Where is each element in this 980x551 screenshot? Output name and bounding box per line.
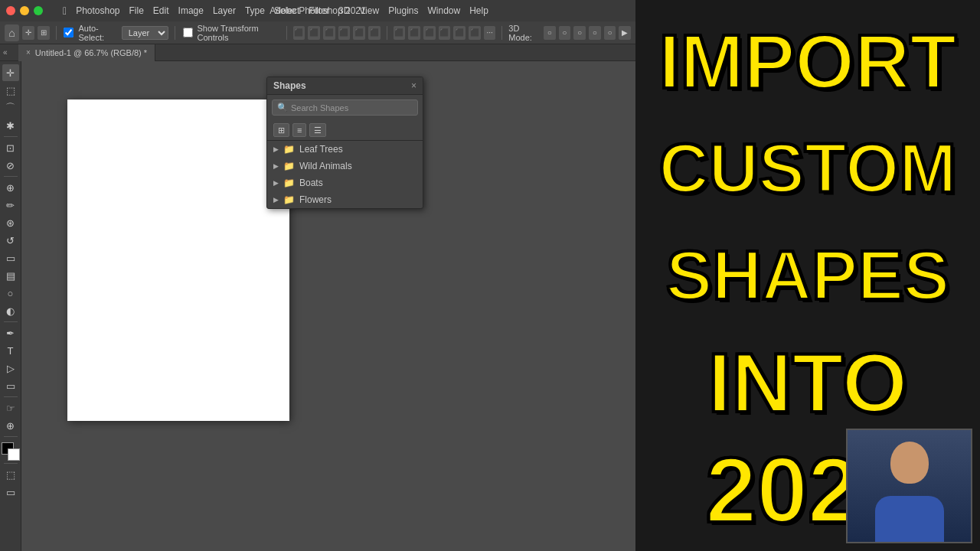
traffic-lights	[6, 6, 43, 15]
clone-stamp-btn[interactable]: ⊛	[2, 214, 19, 231]
overlay-text-into: INTO	[708, 341, 908, 425]
eraser-tool-btn[interactable]: ▭	[2, 249, 19, 266]
shapes-view-btn-1[interactable]: ⊞	[273, 123, 289, 137]
3d-mode-label: 3D Mode:	[508, 24, 541, 42]
tab-bar: « × Untitled-1 @ 66.7% (RGB/8) *	[0, 44, 635, 61]
shape-tool-btn[interactable]: ▭	[2, 377, 19, 394]
more-options-icon[interactable]: ···	[484, 26, 496, 40]
separator-5	[501, 26, 502, 40]
category-boats[interactable]: ▶ 📁 Boats	[267, 174, 423, 191]
type-tool-btn[interactable]: T	[2, 342, 19, 359]
hand-tool-btn[interactable]: ☞	[2, 399, 19, 416]
category-flowers[interactable]: ▶ 📁 Flowers	[267, 191, 423, 208]
auto-select-dropdown[interactable]: Layer Group	[122, 26, 168, 40]
menu-layer[interactable]: Layer	[213, 5, 236, 16]
distribute-m-icon[interactable]: ⬛	[439, 26, 451, 40]
shapes-toolbar: ⊞ ≡ ☰	[267, 120, 423, 141]
distribute-c-icon[interactable]: ⬛	[423, 26, 436, 40]
3d-orbit-icon[interactable]: ○	[544, 26, 556, 40]
dodge-tool-btn[interactable]: ◐	[2, 302, 19, 319]
history-brush-btn[interactable]: ↺	[2, 232, 19, 249]
folder-icon: 📁	[283, 144, 295, 155]
menu-edit[interactable]: Edit	[153, 5, 169, 16]
tool-sep-4	[4, 396, 18, 397]
blur-tool-btn[interactable]: ○	[2, 285, 19, 302]
overlay-row-1: IMPORT	[643, 8, 972, 115]
menu-image[interactable]: Image	[178, 5, 204, 16]
ps-main: ✛ ⬚ ⌒ ✱ ⊡ ⊘ ⊕ ✏ ⊛ ↺ ▭ ▤ ○ ◐ ✒ T ▷ ▭ ☞ ⊕	[0, 61, 635, 551]
maximize-button[interactable]	[34, 6, 43, 15]
document-tab[interactable]: × Untitled-1 @ 66.7% (RGB/8) *	[18, 44, 155, 61]
transform-checkbox[interactable]	[183, 28, 193, 37]
distribute-b-icon[interactable]: ⬛	[469, 26, 481, 40]
eyedropper-btn[interactable]: ⊘	[2, 157, 19, 174]
menu-photoshop[interactable]: Photoshop	[76, 5, 119, 16]
healing-brush-btn[interactable]: ⊕	[2, 179, 19, 196]
sidebar-toggle-icon[interactable]: «	[3, 48, 15, 57]
3d-pan-icon[interactable]: ○	[559, 26, 571, 40]
menu-help[interactable]: Help	[469, 5, 488, 16]
3d-rotate-icon[interactable]: ○	[604, 26, 616, 40]
overlay-row-5: 2021	[643, 436, 972, 543]
shapes-menu-btn[interactable]: ☰	[309, 123, 326, 137]
path-select-btn[interactable]: ▷	[2, 360, 19, 377]
select-tool-btn[interactable]: ⬚	[2, 82, 19, 99]
shapes-panel-title: Shapes	[273, 80, 306, 91]
shapes-panel: Shapes × 🔍 ⊞ ≡ ☰ ▶ 📁 Leaf Trees	[266, 77, 423, 209]
shapes-view-btn-2[interactable]: ≡	[292, 123, 306, 137]
brush-tool-btn[interactable]: ✏	[2, 197, 19, 214]
align-top-icon[interactable]: ⬛	[338, 26, 351, 40]
home-button[interactable]: ⌂	[5, 24, 19, 41]
quick-mask-btn[interactable]: ⬚	[2, 466, 19, 483]
apple-logo-icon[interactable]: 	[63, 5, 67, 17]
move-tool-btn[interactable]: ✛	[2, 64, 19, 81]
webcam-head	[890, 442, 929, 484]
3d-video-icon[interactable]: ▶	[619, 26, 631, 40]
foreground-background[interactable]	[2, 442, 20, 461]
distribute-r-icon[interactable]: ⬛	[453, 26, 466, 40]
align-bottom-icon[interactable]: ⬛	[368, 26, 381, 40]
pen-tool-btn[interactable]: ✒	[2, 324, 19, 341]
3d-scale-icon[interactable]: ○	[589, 26, 601, 40]
menu-plugins[interactable]: Plugins	[388, 5, 418, 16]
folder-icon-2: 📁	[283, 161, 295, 171]
webcam-body	[875, 496, 944, 542]
align-left-icon[interactable]: ⬛	[293, 26, 305, 40]
canvas-area: Shapes × 🔍 ⊞ ≡ ☰ ▶ 📁 Leaf Trees	[21, 61, 635, 551]
close-button[interactable]	[6, 6, 15, 15]
tool-sep-2	[4, 176, 18, 177]
lasso-tool-btn[interactable]: ⌒	[2, 99, 19, 116]
crop-tool-btn[interactable]: ⊡	[2, 139, 19, 156]
move-tool-icon[interactable]: ✛	[22, 26, 34, 40]
auto-select-checkbox[interactable]	[64, 28, 74, 37]
distribute-v-icon[interactable]: ⬛	[408, 26, 420, 40]
shapes-search-bar[interactable]: 🔍	[272, 99, 418, 116]
separator-3	[286, 26, 287, 40]
distribute-h-icon[interactable]: ⬛	[394, 26, 406, 40]
overlay-text-custom: CUSTOM	[659, 134, 956, 203]
quick-select-btn[interactable]: ✱	[2, 117, 19, 134]
artboard-icon[interactable]: ⊞	[38, 26, 50, 40]
gradient-tool-btn[interactable]: ▤	[2, 267, 19, 284]
menu-window[interactable]: Window	[427, 5, 460, 16]
search-input[interactable]	[291, 103, 413, 112]
leaf-trees-label: Leaf Trees	[299, 144, 343, 155]
category-leaf-trees[interactable]: ▶ 📁 Leaf Trees	[267, 141, 423, 158]
align-middle-icon[interactable]: ⬛	[353, 26, 365, 40]
background-color[interactable]	[8, 448, 20, 461]
menu-file[interactable]: File	[129, 5, 144, 16]
category-wild-animals[interactable]: ▶ 📁 Wild Animals	[267, 158, 423, 174]
align-center-h-icon[interactable]: ⬛	[308, 26, 320, 40]
shapes-panel-close[interactable]: ×	[411, 80, 416, 91]
3d-slide-icon[interactable]: ○	[573, 26, 586, 40]
chevron-right-icon: ▶	[273, 145, 279, 153]
chevron-right-icon-3: ▶	[273, 179, 279, 187]
separator-1	[56, 26, 57, 40]
minimize-button[interactable]	[20, 6, 29, 15]
zoom-tool-btn[interactable]: ⊕	[2, 417, 19, 434]
screen-mode-btn[interactable]: ▭	[2, 484, 19, 500]
align-right-icon[interactable]: ⬛	[323, 26, 335, 40]
options-bar: ⌂ ✛ ⊞ Auto-Select: Layer Group Show Tran…	[0, 21, 635, 44]
menu-type[interactable]: Type	[245, 5, 265, 16]
close-tab-icon[interactable]: ×	[26, 48, 31, 57]
